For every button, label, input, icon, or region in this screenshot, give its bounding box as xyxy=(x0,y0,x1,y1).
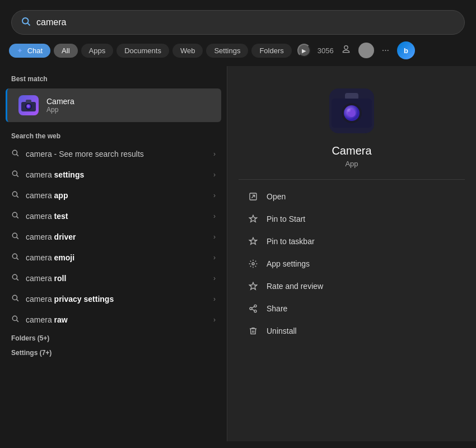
svg-point-36 xyxy=(254,305,256,307)
svg-point-34 xyxy=(252,263,254,265)
svg-point-38 xyxy=(254,310,256,312)
action-rate-review-label: Rate and review xyxy=(267,282,323,291)
arrow-icon-8: › xyxy=(213,316,216,324)
action-list: Open Pin to Start Pin to taskbar xyxy=(239,185,465,342)
svg-line-8 xyxy=(17,155,18,156)
svg-point-7 xyxy=(12,150,17,155)
avatar[interactable] xyxy=(358,43,374,58)
web-item-text-5: camera emoji xyxy=(26,253,207,262)
search-input[interactable] xyxy=(36,17,455,27)
web-item-5[interactable]: camera emoji › xyxy=(0,247,227,268)
svg-line-22 xyxy=(17,300,18,301)
bing-button[interactable]: b xyxy=(397,41,415,59)
action-open[interactable]: Open xyxy=(239,185,465,208)
filter-extras: ▶ 3056 ··· b xyxy=(297,41,415,59)
svg-line-14 xyxy=(17,217,18,218)
svg-line-24 xyxy=(17,320,18,322)
svg-point-19 xyxy=(12,274,17,279)
result-count: 3056 xyxy=(318,46,334,55)
share-icon xyxy=(248,303,259,314)
tab-settings[interactable]: Settings xyxy=(206,44,248,58)
action-rate-review[interactable]: Rate and review xyxy=(239,275,465,297)
svg-point-11 xyxy=(12,192,17,196)
settings-label: Settings (7+) xyxy=(0,344,227,359)
trash-icon xyxy=(248,325,259,337)
web-item-6[interactable]: camera roll › xyxy=(0,268,227,288)
star-icon xyxy=(248,281,259,292)
web-search-icon-6 xyxy=(11,273,19,283)
web-item-text-6: camera roll xyxy=(26,274,207,283)
web-item-2[interactable]: camera app › xyxy=(0,185,227,206)
svg-line-39 xyxy=(252,309,255,311)
web-search-icon-2 xyxy=(11,190,19,200)
action-pin-taskbar[interactable]: Pin to taskbar xyxy=(239,230,465,253)
action-divider xyxy=(239,179,465,180)
action-uninstall[interactable]: Uninstall xyxy=(239,320,465,342)
web-item-text-8: camera raw xyxy=(26,315,207,324)
svg-line-33 xyxy=(251,195,254,198)
right-panel: Camera App Open xyxy=(227,66,476,441)
web-item-text-0: camera - See more search results xyxy=(26,150,207,158)
open-icon xyxy=(248,191,259,202)
folders-label: Folders (5+) xyxy=(0,330,227,344)
svg-line-40 xyxy=(252,306,255,308)
web-item-text-7: camera privacy settings xyxy=(26,295,207,304)
bing-icon-small: ✦ xyxy=(17,46,23,55)
web-item-7[interactable]: camera privacy settings › xyxy=(0,288,227,309)
action-pin-taskbar-label: Pin to taskbar xyxy=(267,237,315,246)
pin-start-icon xyxy=(248,213,259,225)
web-item-4[interactable]: camera driver › xyxy=(0,226,227,247)
best-match-item[interactable]: Camera App xyxy=(6,88,221,122)
svg-point-6 xyxy=(27,105,30,108)
tab-web[interactable]: Web xyxy=(172,44,203,58)
right-app-type: App xyxy=(345,160,358,168)
search-container xyxy=(0,0,476,35)
person-icon-btn[interactable] xyxy=(338,43,354,58)
svg-line-1 xyxy=(27,23,30,25)
svg-line-18 xyxy=(17,258,18,260)
arrow-icon-6: › xyxy=(213,274,216,282)
svg-point-37 xyxy=(250,307,252,310)
action-pin-start[interactable]: Pin to Start xyxy=(239,208,465,230)
arrow-icon-5: › xyxy=(213,254,216,262)
left-panel: Best match xyxy=(0,66,227,441)
web-item-8[interactable]: camera raw › xyxy=(0,309,227,330)
search-bar xyxy=(11,10,465,35)
web-search-icon-3 xyxy=(11,211,19,221)
tab-documents[interactable]: Documents xyxy=(116,44,169,58)
arrow-icon-7: › xyxy=(213,295,216,303)
web-item-text-4: camera driver xyxy=(26,232,207,241)
right-app-name: Camera xyxy=(332,144,371,157)
web-item-1[interactable]: camera settings › xyxy=(0,164,227,185)
svg-point-17 xyxy=(12,254,17,258)
svg-line-20 xyxy=(17,279,18,281)
web-item-3[interactable]: camera test › xyxy=(0,206,227,226)
svg-point-15 xyxy=(12,233,17,237)
svg-marker-35 xyxy=(249,282,256,290)
tab-chat[interactable]: ✦ Chat xyxy=(9,44,50,58)
web-item-text-3: camera test xyxy=(26,212,207,221)
best-match-info: Camera App xyxy=(46,97,74,114)
svg-point-0 xyxy=(22,18,29,24)
action-share[interactable]: Share xyxy=(239,297,465,320)
camera-app-icon-small xyxy=(18,95,39,115)
tab-apps[interactable]: Apps xyxy=(81,44,114,58)
camera-app-icon-large xyxy=(329,88,374,136)
tab-all[interactable]: All xyxy=(54,44,77,58)
main-content: Best match xyxy=(0,66,476,441)
action-app-settings[interactable]: App settings xyxy=(239,253,465,275)
action-share-label: Share xyxy=(267,304,287,313)
action-pin-start-label: Pin to Start xyxy=(267,214,305,223)
action-open-label: Open xyxy=(267,192,286,201)
arrow-icon-4: › xyxy=(213,233,216,241)
svg-line-16 xyxy=(17,237,18,239)
more-options-button[interactable]: ··· xyxy=(379,43,393,58)
tab-folders[interactable]: Folders xyxy=(251,44,291,58)
web-item-0[interactable]: camera - See more search results › xyxy=(0,143,227,164)
web-search-icon-7 xyxy=(11,294,19,304)
more-tabs-button[interactable]: ▶ xyxy=(297,44,311,57)
web-section-label: Search the web xyxy=(0,124,227,143)
gear-icon xyxy=(248,258,259,269)
app-name: Camera xyxy=(46,97,74,106)
svg-line-12 xyxy=(17,196,18,198)
